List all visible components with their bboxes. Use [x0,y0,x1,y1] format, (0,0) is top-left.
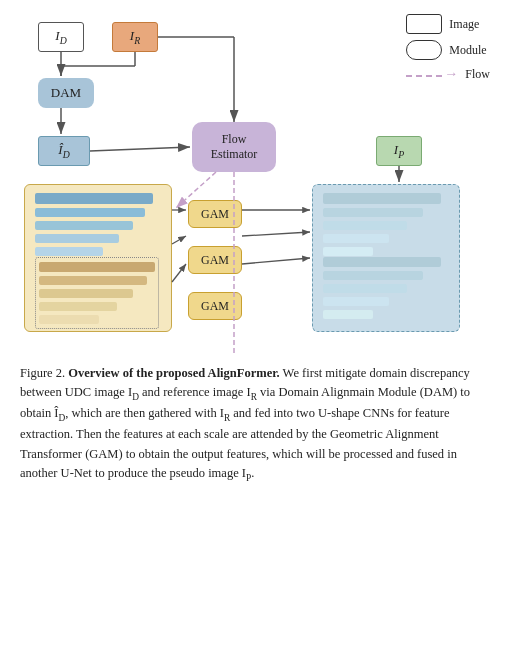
gam-box-1: GAM [188,200,242,228]
node-dam: DAM [38,78,94,108]
node-ir: IR [112,22,158,52]
svg-line-15 [172,264,186,282]
gam-box-2: GAM [188,246,242,274]
gam-box-3: GAM [188,292,242,320]
figure-label: Figure 2. [20,366,68,380]
svg-line-17 [242,232,310,236]
node-ip: IP [376,136,422,166]
node-flow-estimator: FlowEstimator [192,122,276,172]
feature-stack-right [312,184,460,332]
figure-caption: Figure 2. Overview of the proposed Align… [16,364,492,485]
figure-bold: Overview of the proposed AlignFormer. [68,366,279,380]
svg-line-18 [242,258,310,264]
node-id: ID [38,22,84,52]
gam-container: GAM GAM GAM [188,184,242,320]
svg-line-10 [90,147,190,151]
svg-line-14 [172,236,186,244]
diagram: ID IR DAM ÎD FlowEstimator IP [16,14,492,354]
dam-label: DAM [51,85,81,101]
feature-stack-left [24,184,172,332]
node-id-hat: ÎD [38,136,90,166]
caption-text: We first mitigate domain discrepancy bet… [20,366,470,480]
